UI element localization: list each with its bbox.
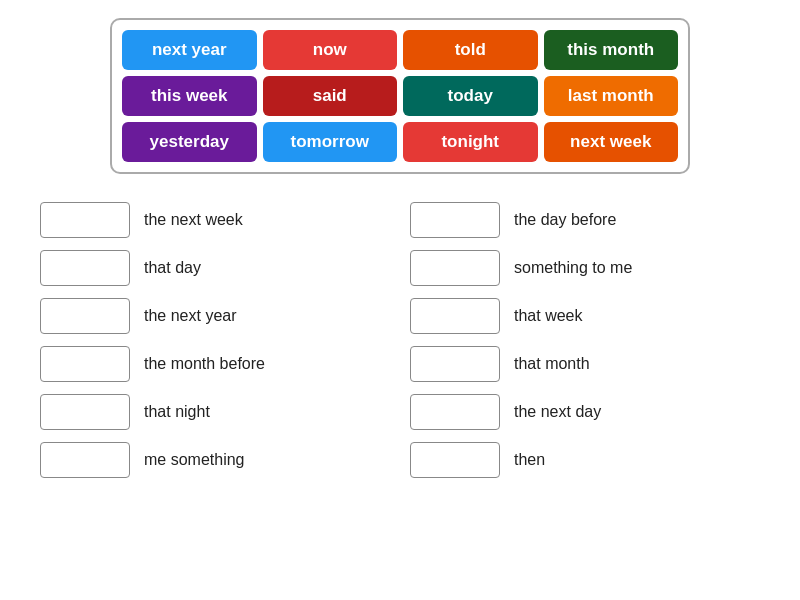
answer-box-ml4[interactable] <box>40 346 130 382</box>
tile-this-month[interactable]: this month <box>544 30 679 70</box>
answer-box-mr2[interactable] <box>410 250 500 286</box>
match-label-mr5: the next day <box>514 403 601 421</box>
match-label-ml2: that day <box>144 259 201 277</box>
match-row-mr1: the day before <box>400 196 770 244</box>
match-row-ml6: me something <box>30 436 400 484</box>
match-row-mr2: something to me <box>400 244 770 292</box>
tile-last-month[interactable]: last month <box>544 76 679 116</box>
answer-box-mr3[interactable] <box>410 298 500 334</box>
matching-area: the next weekthat daythe next yearthe mo… <box>30 196 770 484</box>
tile-said[interactable]: said <box>263 76 398 116</box>
match-label-ml3: the next year <box>144 307 237 325</box>
match-label-mr1: the day before <box>514 211 616 229</box>
answer-box-mr6[interactable] <box>410 442 500 478</box>
answer-box-ml3[interactable] <box>40 298 130 334</box>
answer-box-ml2[interactable] <box>40 250 130 286</box>
answer-box-mr1[interactable] <box>410 202 500 238</box>
match-row-mr6: then <box>400 436 770 484</box>
tile-this-week[interactable]: this week <box>122 76 257 116</box>
match-row-ml3: the next year <box>30 292 400 340</box>
answer-box-ml5[interactable] <box>40 394 130 430</box>
match-label-ml1: the next week <box>144 211 243 229</box>
tile-tomorrow[interactable]: tomorrow <box>263 122 398 162</box>
tile-next-week[interactable]: next week <box>544 122 679 162</box>
matching-right-col: the day beforesomething to methat weekth… <box>400 196 770 484</box>
word-bank: next yearnowtoldthis monththis weeksaidt… <box>110 18 690 174</box>
match-row-ml5: that night <box>30 388 400 436</box>
answer-box-mr5[interactable] <box>410 394 500 430</box>
match-row-ml2: that day <box>30 244 400 292</box>
tile-told[interactable]: told <box>403 30 538 70</box>
match-label-ml6: me something <box>144 451 245 469</box>
tile-tonight[interactable]: tonight <box>403 122 538 162</box>
answer-box-ml6[interactable] <box>40 442 130 478</box>
match-label-ml4: the month before <box>144 355 265 373</box>
answer-box-mr4[interactable] <box>410 346 500 382</box>
match-row-ml4: the month before <box>30 340 400 388</box>
matching-left-col: the next weekthat daythe next yearthe mo… <box>30 196 400 484</box>
tile-today[interactable]: today <box>403 76 538 116</box>
match-label-mr2: something to me <box>514 259 632 277</box>
tile-yesterday[interactable]: yesterday <box>122 122 257 162</box>
match-label-mr4: that month <box>514 355 590 373</box>
match-row-mr5: the next day <box>400 388 770 436</box>
answer-box-ml1[interactable] <box>40 202 130 238</box>
match-label-mr6: then <box>514 451 545 469</box>
match-row-ml1: the next week <box>30 196 400 244</box>
match-label-ml5: that night <box>144 403 210 421</box>
tile-now[interactable]: now <box>263 30 398 70</box>
match-row-mr3: that week <box>400 292 770 340</box>
tile-next-year[interactable]: next year <box>122 30 257 70</box>
match-label-mr3: that week <box>514 307 582 325</box>
match-row-mr4: that month <box>400 340 770 388</box>
